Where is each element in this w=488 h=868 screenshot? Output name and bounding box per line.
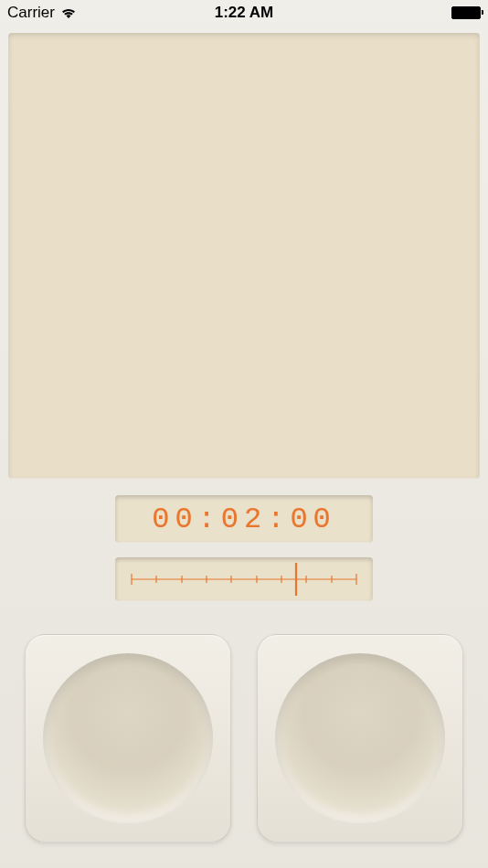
status-bar: Carrier 1:22 AM <box>0 0 488 26</box>
left-dial-knob[interactable] <box>43 653 213 823</box>
status-right <box>451 6 481 19</box>
status-time: 1:22 AM <box>215 4 274 22</box>
scale-ruler <box>115 557 373 601</box>
right-dial-knob[interactable] <box>275 653 445 823</box>
battery-icon <box>451 6 481 19</box>
wifi-icon <box>60 6 77 19</box>
status-left: Carrier <box>7 4 77 22</box>
image-display-panel <box>8 33 480 479</box>
carrier-label: Carrier <box>7 4 55 22</box>
timer-display-panel: 00:02:00 <box>115 495 373 543</box>
left-dial-button[interactable] <box>25 634 231 842</box>
timer-value: 00:02:00 <box>152 503 336 536</box>
progress-scale-panel[interactable] <box>115 557 373 601</box>
dial-button-row <box>0 634 488 842</box>
right-dial-button[interactable] <box>257 634 463 842</box>
